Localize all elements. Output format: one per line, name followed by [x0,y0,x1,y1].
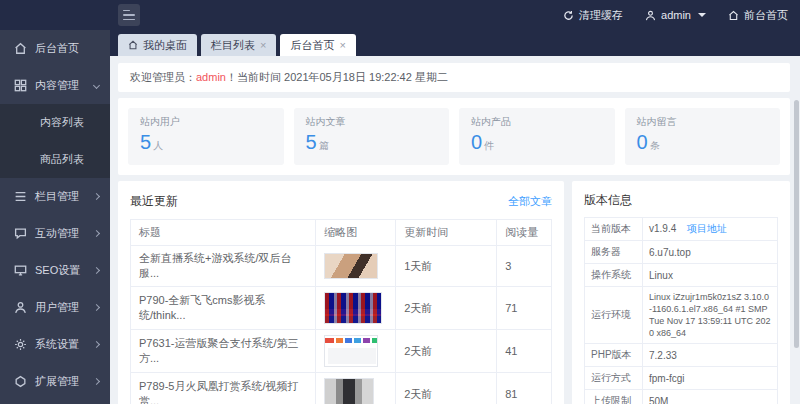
sidebar-item-label: 互动管理 [35,226,79,241]
article-time: 2天前 [396,330,497,373]
clear-cache-button[interactable]: 清理缓存 [563,8,623,23]
menu-toggle-icon[interactable] [118,4,140,26]
clear-cache-label: 清理缓存 [579,8,623,23]
sidebar-item-users[interactable]: 用户管理 [0,289,110,326]
stat-label: 站内产品 [471,115,603,129]
stat-card-products: 站内产品 0件 [459,108,615,165]
stats-panel: 站内用户 5人 站内文章 5篇 站内产品 0件 站内留言 0条 [118,98,790,175]
sidebar-item-label: 扩展管理 [35,374,79,389]
sidebar-item-label: 系统设置 [35,337,79,352]
stat-label: 站内文章 [306,115,438,129]
version-info-table: 当前版本 v1.9.4 项目地址 服务器 6.u7u.top 操作系统 Linu… [584,217,778,404]
sidebar-item-goods-list[interactable]: 商品列表 [0,141,110,178]
version-value: fpm-fcgi [643,367,778,390]
article-time: 1天前 [396,246,497,287]
project-url-link[interactable]: 项目地址 [687,223,727,234]
article-thumbnail [324,378,374,404]
stat-unit: 条 [650,140,660,151]
version-label: 操作系统 [585,264,643,287]
sidebar-item-label: 后台首页 [35,41,79,56]
page-scrollbar[interactable] [794,100,799,348]
sidebar-item-extension[interactable]: 扩展管理 [0,363,110,400]
table-row: PHP版本 7.2.33 [585,344,778,367]
all-articles-link[interactable]: 全部文章 [508,194,552,209]
chevron-down-icon [698,13,706,17]
username: admin [661,9,691,21]
article-views: 3 [497,246,552,287]
col-views: 阅读量 [497,220,552,246]
sidebar-item-label: 内容管理 [35,78,79,93]
sidebar-item-dashboard[interactable]: 后台首页 [0,30,110,67]
article-views: 41 [497,330,552,373]
tab-my-desktop[interactable]: 我的桌面 [118,34,197,56]
frontend-home-label: 前台首页 [744,8,788,23]
stat-value: 0 [471,131,482,153]
article-thumbnail [324,253,378,279]
sidebar-item-label: 栏目管理 [35,189,79,204]
table-row[interactable]: P7631-运营版聚合支付系统/第三方... 2天前 41 [131,330,552,373]
stat-value: 5 [306,131,317,153]
chevron-right-icon [93,378,100,385]
sidebar-item-label: 用户管理 [35,300,79,315]
stat-value: 5 [140,131,151,153]
table-row[interactable]: P790-全新飞飞cms影视系统/think... 2天前 71 [131,287,552,330]
version-label: 上传限制 [585,390,643,404]
home-icon [128,40,138,50]
table-row: 运行环境 Linux iZzujr1m5k0z1sZ 3.10.0-1160.6… [585,287,778,344]
table-row: 操作系统 Linux [585,264,778,287]
frontend-home-button[interactable]: 前台首页 [728,8,788,23]
sidebar-item-content-list[interactable]: 内容列表 [0,104,110,141]
article-thumbnail [324,335,378,367]
close-icon[interactable]: × [339,40,345,51]
close-icon[interactable]: × [260,40,266,51]
welcome-bar: 欢迎管理员：admin！当前时间 2021年05月18日 19:22:42 星期… [118,63,790,92]
sidebar-submenu-content: 内容列表 商品列表 [0,104,110,178]
recent-updates-title: 最近更新 [130,193,178,210]
home-icon [14,42,27,55]
tab-label: 我的桌面 [143,38,187,53]
article-title[interactable]: P790-全新飞飞cms影视系统/think... [131,287,316,330]
grid-icon [14,79,27,92]
sidebar-item-column[interactable]: 栏目管理 [0,178,110,215]
welcome-time: ！当前时间 2021年05月18日 19:22:42 星期二 [226,71,448,83]
article-title[interactable]: 全新直播系统+游戏系统/双后台服... [131,246,316,287]
chevron-down-icon [93,82,100,89]
stat-unit: 件 [484,140,494,151]
sidebar-item-content[interactable]: 内容管理 [0,67,110,104]
version-label: 运行方式 [585,367,643,390]
tab-admin-home[interactable]: 后台首页 × [280,34,355,56]
chevron-right-icon [93,193,100,200]
article-views: 81 [497,373,552,404]
article-views: 71 [497,287,552,330]
sidebar-item-seo[interactable]: SEO设置 [0,252,110,289]
recent-updates-table: 标题 缩略图 更新时间 阅读量 全新直播系统+游戏系统/双后台服... 1天前 … [130,219,552,404]
version-value: 6.u7u.top [643,241,778,264]
sidebar-item-interaction[interactable]: 互动管理 [0,215,110,252]
table-row[interactable]: 全新直播系统+游戏系统/双后台服... 1天前 3 [131,246,552,287]
tab-column-list[interactable]: 栏目列表 × [201,34,276,56]
chevron-right-icon [93,304,100,311]
article-title[interactable]: P7631-运营版聚合支付系统/第三方... [131,330,316,373]
sidebar-subitem-label: 商品列表 [40,152,84,167]
table-row: 运行方式 fpm-fcgi [585,367,778,390]
top-bar: 清理缓存 admin 前台首页 [0,0,800,30]
sidebar: 后台首页 内容管理 内容列表 商品列表 栏目管理 互动管理 SEO设置 [0,30,110,404]
user-menu[interactable]: admin [645,9,706,21]
tab-bar: 我的桌面 栏目列表 × 后台首页 × [110,30,800,56]
sidebar-item-system[interactable]: 系统设置 [0,326,110,363]
user-icon [14,301,27,314]
sidebar-item-label: SEO设置 [35,263,80,278]
col-title: 标题 [131,220,316,246]
table-row: 服务器 6.u7u.top [585,241,778,264]
chevron-right-icon [93,341,100,348]
table-row: 当前版本 v1.9.4 项目地址 [585,218,778,241]
recent-updates-panel: 最近更新 全部文章 标题 缩略图 更新时间 阅读量 全新直播系统+游戏系统/双后… [118,181,564,404]
table-row[interactable]: P789-5月火凤凰打赏系统/视频打赏... 2天前 81 [131,373,552,404]
stat-label: 站内留言 [637,115,769,129]
table-row: 上传限制 50M [585,390,778,404]
version-value: 50M [643,390,778,404]
article-title[interactable]: P789-5月火凤凰打赏系统/视频打赏... [131,373,316,404]
version-info-title: 版本信息 [584,192,632,209]
version-label: 服务器 [585,241,643,264]
stat-unit: 人 [153,140,163,151]
